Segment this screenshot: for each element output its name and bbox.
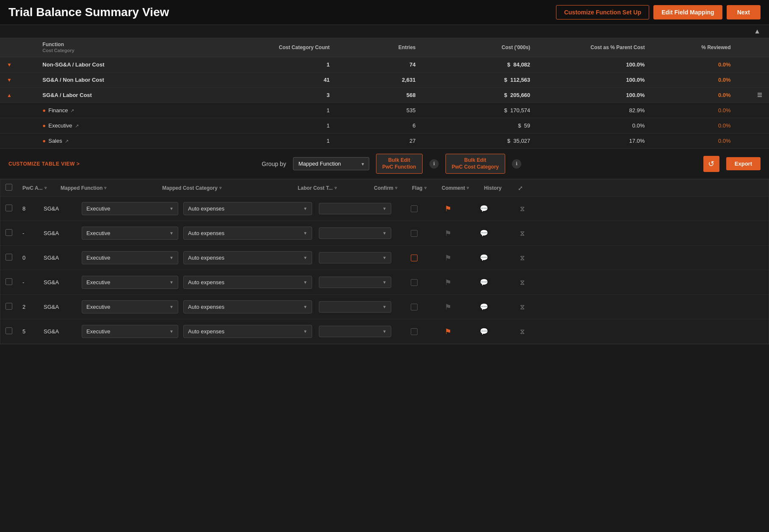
mapped-cost-category-dropdown[interactable]: Auto expenses ▼	[183, 202, 312, 215]
mapped-function-dropdown[interactable]: Executive ▼	[82, 251, 178, 264]
flag-icon[interactable]: ⚑	[445, 278, 451, 287]
external-link-icon[interactable]: ↗	[70, 108, 74, 113]
flag-icon[interactable]: ⚑	[445, 229, 451, 238]
external-link-icon[interactable]: ↗	[65, 139, 69, 144]
confirm-checkbox[interactable]	[411, 304, 418, 310]
confirm-checkbox[interactable]	[411, 205, 418, 212]
row-flag: ⚑	[433, 302, 463, 312]
flag-icon[interactable]: ⚑	[445, 302, 451, 312]
mapped-function-dropdown[interactable]: Executive ▼	[82, 227, 178, 240]
confirm-checkbox[interactable]	[411, 230, 418, 237]
comment-icon[interactable]: 💬	[480, 254, 488, 262]
labor-cost-dropdown[interactable]: ▼	[319, 326, 391, 337]
row-checkbox[interactable]	[6, 254, 12, 260]
table-row: ▼ SG&A / Non Labor Cost 41 2,631 $ 112,5…	[0, 72, 769, 88]
pwc-a-filter-icon[interactable]: ▿	[44, 186, 47, 190]
flag-icon[interactable]: ⚑	[445, 204, 451, 213]
comment-icon[interactable]: 💬	[480, 303, 488, 311]
history-icon[interactable]: ⧖	[520, 279, 525, 286]
row-confirm	[395, 328, 433, 335]
row-comment: 💬	[463, 254, 505, 262]
mapped-function-filter-icon[interactable]: ▿	[104, 186, 106, 190]
toggle-icon-row3[interactable]: ▲	[7, 92, 12, 98]
row-checkbox[interactable]	[6, 303, 12, 310]
collapse-button[interactable]: ▲	[754, 28, 761, 35]
labor-cost-dropdown[interactable]: ▼	[319, 301, 391, 313]
flag-icon[interactable]: ⚑	[445, 327, 451, 336]
labor-cost-dropdown[interactable]: ▼	[319, 203, 391, 214]
row-checkbox[interactable]	[6, 327, 12, 334]
mapped-cost-category-dropdown[interactable]: Auto expenses ▼	[183, 300, 312, 313]
row-checkbox[interactable]	[6, 278, 12, 285]
comment-icon[interactable]: 💬	[480, 229, 488, 237]
confirm-checkbox[interactable]	[411, 328, 418, 335]
mapped-cc-filter-icon[interactable]: ▿	[219, 186, 221, 190]
hamburger-icon[interactable]: ☰	[757, 92, 762, 98]
expand-icon[interactable]: ⤢	[518, 185, 523, 191]
history-icon[interactable]: ⧖	[520, 254, 525, 262]
select-all-checkbox[interactable]	[6, 184, 12, 191]
mapped-function-dropdown[interactable]: Executive ▼	[82, 300, 178, 313]
comment-icon[interactable]: 💬	[480, 205, 488, 213]
mapped-cost-category-dropdown[interactable]: Auto expenses ▼	[183, 276, 312, 289]
comment-filter-icon[interactable]: ▿	[467, 186, 469, 190]
row-mapped-function: Executive ▼	[82, 202, 183, 215]
group-by-select[interactable]: Mapped Function	[293, 157, 369, 170]
history-icon[interactable]: ⧖	[520, 205, 525, 213]
flag-icon[interactable]: ⚑	[445, 253, 451, 263]
toggle-icon-row1[interactable]: ▼	[7, 62, 12, 68]
mapped-cost-category-dropdown[interactable]: Auto expenses ▼	[183, 251, 312, 264]
labor-cost-dropdown[interactable]: ▼	[319, 277, 391, 288]
confirm-checkbox[interactable]	[411, 279, 418, 286]
export-button[interactable]: Export	[726, 157, 761, 170]
labor-cost-dropdown[interactable]: ▼	[319, 227, 391, 239]
toggle-icon-row2[interactable]: ▼	[7, 77, 12, 83]
mapped-function-dropdown[interactable]: Executive ▼	[82, 276, 178, 289]
history-icon[interactable]: ⧖	[520, 230, 525, 237]
confirm-checkbox[interactable]	[411, 255, 418, 261]
bulk-edit-pwc-cost-category-button[interactable]: Bulk EditPwC Cost Category	[445, 154, 505, 174]
table-row: ●Sales↗ 1 27 $ 35,027 17.0% 0.0%	[0, 133, 769, 149]
mapped-cost-category-dropdown[interactable]: Auto expenses ▼	[183, 227, 312, 240]
table-row: ●Finance↗ 1 535 $ 170,574 82.9% 0.0%	[0, 103, 769, 118]
confirm-filter-icon[interactable]: ▿	[395, 186, 397, 190]
mapped-function-dropdown[interactable]: Executive ▼	[82, 325, 178, 338]
comment-icon[interactable]: 💬	[480, 278, 488, 286]
row-checkbox[interactable]	[6, 229, 12, 236]
row-history: ⧖	[505, 303, 539, 311]
customize-function-button[interactable]: Customize Function Set Up	[556, 5, 649, 19]
customize-table-view-link[interactable]: CUSTOMIZE TABLE VIEW >	[8, 161, 80, 167]
row-flag: ⚑	[433, 204, 463, 213]
bulk-edit-pwc-info-icon[interactable]: ℹ	[429, 159, 439, 169]
chevron-down-icon: ▼	[169, 231, 174, 236]
group-by-label: Group by	[262, 161, 286, 167]
th-comment-label: Comment	[442, 185, 465, 191]
labor-cost-dropdown[interactable]: ▼	[319, 252, 391, 263]
row-history: ⧖	[505, 328, 539, 335]
refresh-button[interactable]: ↺	[703, 156, 719, 172]
row-confirm	[395, 230, 433, 237]
row3-label: SG&A / Labor Cost	[36, 88, 250, 103]
labor-filter-icon[interactable]: ▿	[335, 186, 337, 190]
th-pct-reviewed: % Reviewed	[652, 38, 738, 57]
th-entries: Entries	[337, 38, 423, 57]
bulk-edit-pwc-function-button[interactable]: Bulk EditPwC Function	[376, 154, 423, 174]
row-labor-cost: ▼	[319, 277, 395, 288]
history-icon[interactable]: ⧖	[520, 328, 525, 335]
mapped-cost-category-dropdown[interactable]: Auto expenses ▼	[183, 325, 312, 338]
edit-field-mapping-button[interactable]: Edit Field Mapping	[653, 5, 722, 19]
th-flag: Flag ▿	[412, 185, 442, 191]
comment-icon[interactable]: 💬	[480, 327, 488, 335]
history-icon[interactable]: ⧖	[520, 303, 525, 311]
chevron-down-icon: ▼	[303, 206, 307, 211]
mapped-function-dropdown[interactable]: Executive ▼	[82, 202, 178, 215]
row-checkbox[interactable]	[6, 205, 12, 211]
flag-filter-icon[interactable]: ▿	[424, 186, 426, 190]
next-button[interactable]: Next	[727, 5, 761, 19]
external-link-icon[interactable]: ↗	[75, 123, 79, 128]
row1-label: Non-SG&A / Labor Cost	[36, 57, 250, 72]
bulk-edit-cost-info-icon[interactable]: ℹ	[512, 159, 521, 169]
row-pwc: SG&A	[44, 230, 82, 236]
row-checkbox-cell	[6, 229, 22, 237]
table-row: ▼ Non-SG&A / Labor Cost 1 74 $ 84,082 10…	[0, 57, 769, 72]
